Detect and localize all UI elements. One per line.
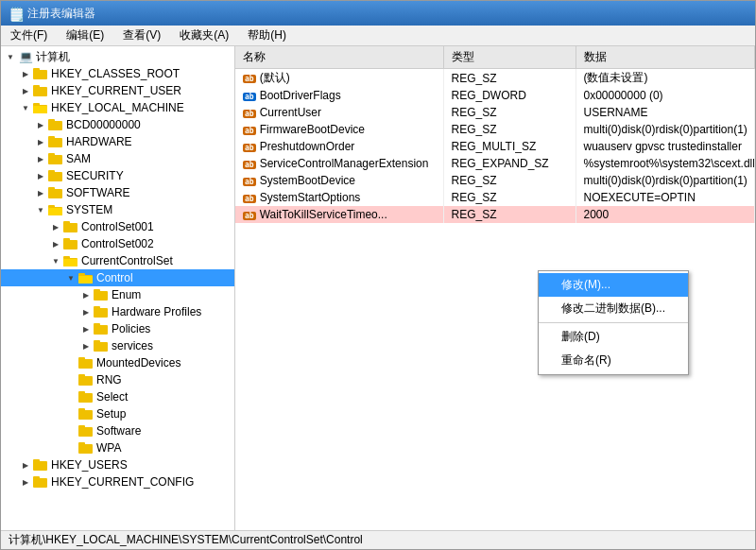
svg-rect-18 xyxy=(48,205,55,208)
tree-label-bcd: BCD00000000 xyxy=(66,118,141,131)
tree-item-bcd[interactable]: ▶ BCD00000000 xyxy=(1,116,234,133)
table-row[interactable]: ab(默认)REG_SZ(数值未设置) xyxy=(235,69,755,88)
tree-label-currentcontrolset: CurrentControlSet xyxy=(81,254,173,267)
expand-btn-hkey-classes-root[interactable]: ▶ xyxy=(18,66,33,81)
expand-btn-enum[interactable]: ▶ xyxy=(78,287,94,302)
tree-label-wpa: WPA xyxy=(96,441,121,455)
expand-btn-hkey-current-user[interactable]: ▶ xyxy=(18,83,33,98)
tree-item-setup[interactable]: Setup xyxy=(1,405,234,422)
expand-btn-control[interactable]: ▼ xyxy=(63,270,78,285)
expand-btn-hardware[interactable]: ▶ xyxy=(33,134,48,149)
table-row[interactable]: abServiceControlManagerExtensionREG_EXPA… xyxy=(235,155,755,172)
main-content: ▼💻计算机▶ HKEY_CLASSES_ROOT▶ HKEY_CURRENT_U… xyxy=(1,46,755,530)
menu-item-menu-edit[interactable]: 编辑(E) xyxy=(60,26,110,45)
tree-item-security[interactable]: ▶ SECURITY xyxy=(1,167,234,184)
tree-item-policies[interactable]: ▶ Policies xyxy=(1,320,234,337)
svg-rect-45 xyxy=(78,408,85,412)
menu-item-menu-file[interactable]: 文件(F) xyxy=(5,26,53,45)
table-row[interactable]: abSystemBootDeviceREG_SZmulti(0)disk(0)r… xyxy=(235,172,755,189)
reg-name-cell: abCurrentUser xyxy=(235,104,443,121)
context-menu-separator xyxy=(539,322,688,323)
tree-label-controlset001: ControlSet001 xyxy=(81,220,154,233)
tree-item-hkey-current-user[interactable]: ▶ HKEY_CURRENT_USER xyxy=(1,82,234,99)
window-title: 注册表编辑器 xyxy=(27,6,95,22)
reg-type-icon: ab xyxy=(243,93,256,101)
expand-btn-hkey-current-config[interactable]: ▶ xyxy=(18,474,33,490)
tree-item-hkey-current-config[interactable]: ▶ HKEY_CURRENT_CONFIG xyxy=(1,473,234,490)
folder-icon-security xyxy=(48,169,63,182)
expand-btn-hkey-local-machine[interactable]: ▼ xyxy=(18,100,33,115)
tree-item-hkey-local-machine[interactable]: ▼ HKEY_LOCAL_MACHINE xyxy=(1,99,234,116)
expand-btn-security[interactable]: ▶ xyxy=(33,168,48,183)
context-menu-item-ctx-delete[interactable]: 删除(D) xyxy=(539,325,688,349)
reg-name-cell: abSystemBootDevice xyxy=(235,172,443,189)
tree-item-software[interactable]: ▶ SOFTWARE xyxy=(1,184,234,201)
expand-btn-software2 xyxy=(63,423,78,438)
table-row[interactable]: abBootDriverFlagsREG_DWORD0x00000000 (0) xyxy=(235,87,755,104)
tree-item-wpa[interactable]: WPA xyxy=(1,439,234,456)
reg-name-cell: abFirmwareBootDevice xyxy=(235,121,443,138)
folder-icon-bcd xyxy=(48,118,63,131)
expand-btn-sam[interactable]: ▶ xyxy=(33,151,48,166)
tree-item-controlset002[interactable]: ▶ ControlSet002 xyxy=(1,235,234,252)
tree-item-currentcontrolset[interactable]: ▼ CurrentControlSet xyxy=(1,252,234,269)
context-menu-item-ctx-rename[interactable]: 重命名(R) xyxy=(539,349,688,372)
tree-item-hardware[interactable]: ▶ HARDWARE xyxy=(1,133,234,150)
expand-btn-hkey-users[interactable]: ▶ xyxy=(18,457,33,473)
tree-item-rng[interactable]: RNG xyxy=(1,371,234,388)
folder-icon-wpa xyxy=(78,441,94,455)
table-row[interactable]: abSystemStartOptionsREG_SZNOEXECUTE=OPTI… xyxy=(235,189,755,206)
svg-rect-14 xyxy=(48,170,55,174)
tree-panel[interactable]: ▼💻计算机▶ HKEY_CLASSES_ROOT▶ HKEY_CURRENT_U… xyxy=(1,46,235,530)
context-menu-item-ctx-modify[interactable]: 修改(M)... xyxy=(539,273,688,297)
col-header-data: 数据 xyxy=(576,46,755,69)
expand-btn-software[interactable]: ▶ xyxy=(33,185,48,200)
col-header-name: 名称 xyxy=(235,46,443,69)
tree-item-sam[interactable]: ▶ SAM xyxy=(1,150,234,167)
table-row[interactable]: abWaitToKillServiceTimeo...REG_SZ2000 xyxy=(235,206,755,223)
menu-item-menu-help[interactable]: 帮助(H) xyxy=(242,26,292,45)
registry-panel[interactable]: 名称 类型 数据 ab(默认)REG_SZ(数值未设置)abBootDriver… xyxy=(235,46,755,530)
tree-item-controlset001[interactable]: ▶ ControlSet001 xyxy=(1,218,234,235)
tree-item-computer[interactable]: ▼💻计算机 xyxy=(1,48,234,65)
expand-btn-wpa xyxy=(63,440,78,455)
folder-icon-computer: 💻 xyxy=(18,50,33,63)
tree-label-policies: Policies xyxy=(112,322,150,335)
tree-item-select[interactable]: Select xyxy=(1,388,234,405)
tree-item-system[interactable]: ▼ SYSTEM xyxy=(1,201,234,218)
tree-item-control[interactable]: ▼ Control xyxy=(1,269,234,286)
tree-label-services: services xyxy=(112,339,153,352)
expand-btn-system[interactable]: ▼ xyxy=(33,202,48,217)
expand-btn-controlset002[interactable]: ▶ xyxy=(48,236,63,251)
context-menu[interactable]: 修改(M)...修改二进制数据(B)...删除(D)重命名(R) xyxy=(538,270,689,375)
menu-item-menu-favorites[interactable]: 收藏夹(A) xyxy=(174,26,234,45)
table-row[interactable]: abFirmwareBootDeviceREG_SZmulti(0)disk(0… xyxy=(235,121,755,138)
tree-item-enum[interactable]: ▶ Enum xyxy=(1,286,234,303)
expand-btn-hardware-profiles[interactable]: ▶ xyxy=(78,304,94,319)
folder-icon-software2 xyxy=(78,424,94,438)
expand-btn-controlset001[interactable]: ▶ xyxy=(48,219,63,234)
expand-btn-computer[interactable]: ▼ xyxy=(3,49,18,64)
svg-rect-51 xyxy=(33,459,40,463)
context-menu-item-ctx-modify-binary[interactable]: 修改二进制数据(B)... xyxy=(539,297,688,320)
tree-item-hkey-users[interactable]: ▶ HKEY_USERS xyxy=(1,456,234,473)
expand-btn-bcd[interactable]: ▶ xyxy=(33,117,48,132)
expand-btn-services[interactable]: ▶ xyxy=(78,338,94,353)
svg-rect-23 xyxy=(63,238,70,242)
tree-item-mounteddevices[interactable]: MountedDevices xyxy=(1,354,234,371)
expand-btn-currentcontrolset[interactable]: ▼ xyxy=(48,253,63,268)
table-row[interactable]: abPreshutdownOrderREG_MULTI_SZwuauserv g… xyxy=(235,138,755,155)
tree-label-select: Select xyxy=(96,390,128,404)
tree-item-hardware-profiles[interactable]: ▶ Hardware Profiles xyxy=(1,303,234,320)
table-row[interactable]: abCurrentUserREG_SZUSERNAME xyxy=(235,104,755,121)
app-icon: 🗒️ xyxy=(9,7,22,20)
tree-item-software2[interactable]: Software xyxy=(1,422,234,439)
svg-rect-47 xyxy=(78,425,85,429)
tree-label-hkey-current-config: HKEY_CURRENT_CONFIG xyxy=(51,475,194,489)
svg-rect-31 xyxy=(94,289,100,293)
tree-item-hkey-classes-root[interactable]: ▶ HKEY_CLASSES_ROOT xyxy=(1,65,234,82)
tree-item-services[interactable]: ▶ services xyxy=(1,337,234,354)
expand-btn-policies[interactable]: ▶ xyxy=(78,321,94,336)
reg-type-cell: REG_SZ xyxy=(443,121,576,138)
menu-item-menu-view[interactable]: 查看(V) xyxy=(117,26,166,45)
